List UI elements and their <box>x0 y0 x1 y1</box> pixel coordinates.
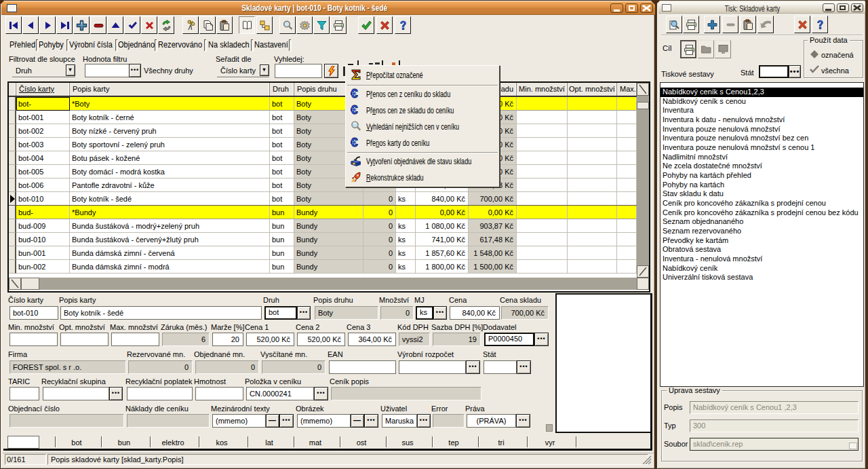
svg-text:€: € <box>351 88 358 99</box>
svg-text:€: € <box>351 105 358 115</box>
svg-text:€: € <box>351 137 358 148</box>
